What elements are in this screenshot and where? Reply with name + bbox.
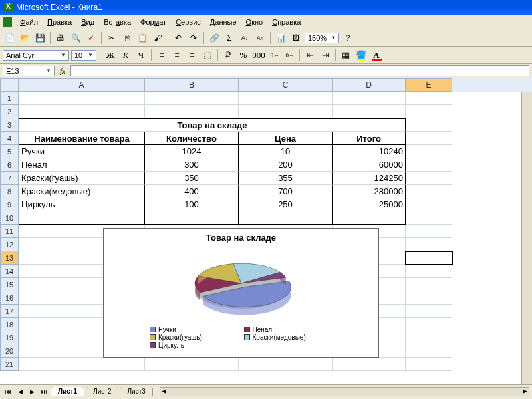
sheet-tab-3[interactable]: Лист3 bbox=[120, 387, 152, 396]
tab-nav-last-icon[interactable]: ⏭ bbox=[39, 387, 49, 396]
row-header[interactable]: 8 bbox=[0, 185, 19, 198]
new-icon[interactable]: 📄 bbox=[3, 31, 16, 45]
paste-icon[interactable]: 📋 bbox=[136, 31, 149, 45]
data-total-cell[interactable]: 10240 bbox=[332, 145, 406, 158]
align-left-icon[interactable]: ≡ bbox=[155, 49, 168, 62]
redo-icon[interactable]: ↷ bbox=[187, 31, 200, 45]
font-color-icon[interactable]: А bbox=[370, 49, 383, 62]
cell[interactable] bbox=[19, 105, 145, 118]
cell[interactable] bbox=[406, 198, 452, 211]
cell[interactable] bbox=[406, 344, 452, 358]
menu-tools[interactable]: Сервис bbox=[172, 17, 205, 27]
cell[interactable] bbox=[145, 358, 239, 371]
drawing-icon[interactable]: 🖼 bbox=[289, 31, 303, 45]
bold-button[interactable]: Ж bbox=[104, 49, 117, 62]
data-qty-cell[interactable]: 400 bbox=[145, 185, 239, 198]
menu-file[interactable]: Файл bbox=[16, 17, 42, 27]
menu-data[interactable]: Данные bbox=[206, 17, 241, 27]
fill-color-icon[interactable]: 🪣 bbox=[354, 49, 368, 62]
cell[interactable] bbox=[406, 291, 452, 305]
percent-icon[interactable]: % bbox=[237, 49, 250, 62]
cell[interactable] bbox=[332, 105, 406, 118]
row-header[interactable]: 15 bbox=[0, 278, 19, 291]
col-header-e[interactable]: E bbox=[406, 78, 452, 92]
menu-view[interactable]: Вид bbox=[77, 17, 98, 27]
empty[interactable] bbox=[239, 211, 332, 225]
row-header[interactable]: 17 bbox=[0, 305, 19, 318]
cell[interactable] bbox=[145, 92, 239, 105]
chart-icon[interactable]: 📊 bbox=[274, 31, 287, 45]
cell[interactable] bbox=[406, 358, 452, 371]
cell[interactable] bbox=[406, 185, 452, 198]
menu-window[interactable]: Окно bbox=[242, 17, 267, 27]
underline-button[interactable]: Ч bbox=[134, 49, 148, 62]
name-box[interactable]: E13 ▼ bbox=[3, 66, 55, 76]
data-price-cell[interactable]: 200 bbox=[239, 158, 332, 172]
align-right-icon[interactable]: ≡ bbox=[186, 49, 199, 62]
row-header[interactable]: 6 bbox=[0, 158, 19, 172]
horizontal-scrollbar[interactable] bbox=[160, 387, 529, 396]
cell[interactable] bbox=[406, 238, 452, 251]
cell[interactable] bbox=[406, 305, 452, 318]
menu-help[interactable]: Справка bbox=[268, 17, 305, 27]
header-price[interactable]: Цена bbox=[239, 132, 332, 145]
data-total-cell[interactable]: 124250 bbox=[332, 172, 406, 185]
row-header[interactable]: 19 bbox=[0, 331, 19, 344]
cell[interactable] bbox=[406, 211, 452, 225]
row-header[interactable]: 7 bbox=[0, 172, 19, 185]
increase-indent-icon[interactable]: ⇥ bbox=[319, 49, 332, 62]
row-header[interactable]: 18 bbox=[0, 318, 19, 331]
data-name-cell[interactable]: Циркуль bbox=[19, 198, 145, 211]
cell[interactable] bbox=[332, 92, 406, 105]
save-icon[interactable]: 💾 bbox=[33, 31, 47, 45]
col-header-d[interactable]: D bbox=[332, 78, 406, 92]
decrease-indent-icon[interactable]: ⇤ bbox=[303, 49, 317, 62]
row-header[interactable]: 2 bbox=[0, 105, 19, 118]
row-header[interactable]: 11 bbox=[0, 225, 19, 238]
cell[interactable] bbox=[406, 331, 452, 344]
hyperlink-icon[interactable]: 🔗 bbox=[207, 31, 221, 45]
sheet-tab-1[interactable]: Лист1 bbox=[51, 387, 84, 396]
cell[interactable] bbox=[406, 105, 452, 118]
undo-icon[interactable]: ↶ bbox=[172, 31, 185, 45]
menu-insert[interactable]: Вставка bbox=[100, 17, 135, 27]
row-header[interactable]: 10 bbox=[0, 211, 19, 225]
copy-icon[interactable]: ⎘ bbox=[120, 31, 134, 45]
decrease-decimal-icon[interactable]: .0→ bbox=[283, 49, 296, 62]
row-header[interactable]: 13 bbox=[0, 251, 19, 265]
data-total-cell[interactable]: 280000 bbox=[332, 185, 406, 198]
borders-icon[interactable]: ▦ bbox=[339, 49, 352, 62]
open-icon[interactable]: 📂 bbox=[18, 31, 31, 45]
comma-icon[interactable]: 000 bbox=[252, 49, 265, 62]
cell[interactable] bbox=[19, 92, 145, 105]
row-header[interactable]: 21 bbox=[0, 358, 19, 371]
tab-nav-first-icon[interactable]: ⏮ bbox=[3, 387, 13, 396]
cell[interactable] bbox=[406, 278, 452, 291]
col-header-b[interactable]: B bbox=[145, 78, 239, 92]
data-name-cell[interactable]: Краски(гуашь) bbox=[19, 172, 145, 185]
increase-decimal-icon[interactable]: .0← bbox=[267, 49, 281, 62]
cell[interactable] bbox=[406, 158, 452, 172]
font-name-dropdown[interactable]: Arial Cyr ▼ bbox=[3, 50, 69, 61]
merge-cells-icon[interactable]: ⬚ bbox=[201, 49, 214, 62]
print-preview-icon[interactable]: 🔍 bbox=[69, 31, 82, 45]
data-total-cell[interactable]: 60000 bbox=[332, 158, 406, 172]
formula-input[interactable] bbox=[70, 65, 529, 76]
row-header[interactable]: 14 bbox=[0, 265, 19, 278]
cell[interactable] bbox=[406, 92, 452, 105]
select-all-corner[interactable] bbox=[0, 78, 19, 92]
row-header[interactable]: 5 bbox=[0, 145, 19, 158]
tab-nav-prev-icon[interactable]: ◀ bbox=[15, 387, 25, 396]
row-header[interactable]: 12 bbox=[0, 238, 19, 251]
selected-cell[interactable] bbox=[406, 251, 452, 265]
tab-nav-next-icon[interactable]: ▶ bbox=[27, 387, 37, 396]
help-icon[interactable]: ? bbox=[341, 31, 354, 45]
cell[interactable] bbox=[406, 172, 452, 185]
data-qty-cell[interactable]: 1024 bbox=[145, 145, 239, 158]
row-header[interactable]: 4 bbox=[0, 132, 19, 145]
data-price-cell[interactable]: 700 bbox=[239, 185, 332, 198]
row-header[interactable]: 20 bbox=[0, 344, 19, 358]
fx-icon[interactable]: fx bbox=[57, 67, 68, 75]
cell[interactable] bbox=[19, 358, 145, 371]
format-painter-icon[interactable]: 🖌 bbox=[151, 31, 164, 45]
